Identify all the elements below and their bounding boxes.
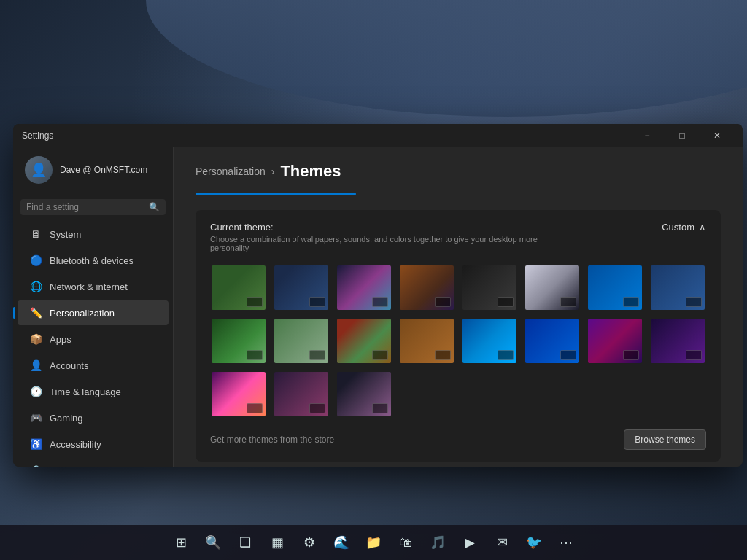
spotify-icon[interactable]: 🎵	[425, 529, 451, 556]
theme-thumb-15[interactable]	[587, 317, 643, 365]
sidebar-item-apps[interactable]: 📦 Apps	[18, 327, 169, 351]
theme-thumb-6[interactable]	[524, 264, 581, 311]
browse-themes-button[interactable]: Browse themes	[624, 429, 706, 450]
folder-icon[interactable]: 📁	[360, 529, 387, 556]
sidebar-item-label-personalization: Personalization	[50, 308, 115, 319]
store-text: Get more themes from the store	[210, 435, 334, 445]
minimize-button[interactable]: −	[630, 124, 664, 147]
user-name: Dave @ OnMSFT.com	[60, 165, 147, 175]
theme-thumb-17[interactable]	[210, 370, 267, 418]
theme-title: Current theme:	[210, 222, 575, 233]
theme-thumb-7[interactable]	[587, 264, 643, 311]
breadcrumb-separator: ›	[271, 166, 275, 177]
theme-thumb-5[interactable]	[461, 264, 518, 311]
title-bar: Settings − □ ✕	[13, 124, 743, 147]
theme-thumb-11[interactable]	[336, 317, 392, 365]
theme-grid	[210, 264, 706, 418]
theme-thumb-12[interactable]	[398, 317, 455, 365]
search-input[interactable]	[26, 202, 144, 212]
privacy-icon: 🔒	[29, 464, 42, 467]
sidebar-item-label-gaming: Gaming	[50, 413, 83, 424]
sidebar-item-personalization[interactable]: ✏️ Personalization	[18, 300, 169, 325]
theme-current-button[interactable]: Custom ∧	[662, 222, 706, 233]
theme-thumb-3[interactable]	[336, 264, 392, 311]
theme-description: Choose a combination of wallpapers, soun…	[210, 235, 575, 252]
sidebar-item-bluetooth[interactable]: 🔵 Bluetooth & devices	[18, 248, 169, 273]
maximize-button[interactable]: □	[665, 124, 699, 147]
progress-bar	[196, 192, 356, 195]
theme-thumb-9[interactable]	[210, 317, 267, 365]
accounts-icon: 👤	[29, 359, 42, 372]
search-icon: 🔍	[149, 202, 160, 212]
store-row: Get more themes from the store Browse th…	[210, 429, 706, 450]
search-taskbar-button[interactable]: 🔍	[200, 529, 226, 556]
chevron-up-icon: ∧	[699, 222, 706, 233]
widgets-button[interactable]: ▦	[264, 529, 290, 556]
window-controls: − □ ✕	[630, 124, 734, 147]
taskbar: ⊞ 🔍 ❑ ▦ ⚙ 🌊 📁 🛍 🎵 ▶ ✉ 🐦 ⋯	[0, 525, 747, 560]
theme-thumb-14[interactable]	[524, 317, 581, 365]
mail-icon[interactable]: ✉	[489, 529, 515, 556]
taskview-button[interactable]: ❑	[232, 529, 258, 556]
sidebar-item-label-bluetooth: Bluetooth & devices	[50, 255, 133, 266]
sidebar-item-label-apps: Apps	[50, 334, 71, 345]
system-icon: 🖥	[29, 228, 42, 241]
theme-thumb-18[interactable]	[273, 370, 330, 418]
theme-thumb-8[interactable]	[649, 264, 706, 311]
theme-thumb-10[interactable]	[273, 317, 330, 365]
sidebar-item-gaming[interactable]: 🎮 Gaming	[18, 405, 169, 430]
sidebar: 👤 Dave @ OnMSFT.com 🔍 🖥 System 🔵 Bluetoo…	[13, 147, 174, 467]
sidebar-item-label-system: System	[50, 229, 81, 240]
theme-thumb-4[interactable]	[398, 264, 455, 311]
personalization-icon: ✏️	[29, 306, 42, 319]
store-icon[interactable]: 🛍	[392, 529, 419, 556]
apps-icon: 📦	[29, 332, 42, 346]
avatar: 👤	[25, 156, 53, 184]
sidebar-item-label-accessibility: Accessibility	[50, 439, 101, 450]
sidebar-item-accessibility[interactable]: ♿ Accessibility	[18, 432, 169, 456]
sidebar-item-network[interactable]: 🌐 Network & internet	[18, 274, 169, 299]
search-box[interactable]: 🔍	[20, 199, 166, 215]
theme-info: Current theme: Choose a combination of w…	[210, 222, 575, 252]
accessibility-icon: ♿	[29, 438, 42, 451]
sidebar-item-privacy[interactable]: 🔒 Privacy & security	[18, 458, 169, 467]
time-icon: 🕐	[29, 385, 42, 398]
theme-thumb-16[interactable]	[649, 317, 706, 365]
sidebar-item-label-time: Time & language	[50, 386, 121, 397]
breadcrumb: Personalization › Themes	[196, 162, 721, 181]
theme-current-label: Custom	[662, 222, 694, 233]
close-button[interactable]: ✕	[700, 124, 734, 147]
start-button[interactable]: ⊞	[168, 529, 194, 556]
sidebar-item-label-privacy: Privacy & security	[50, 465, 125, 467]
sidebar-item-label-network: Network & internet	[50, 281, 128, 292]
theme-header: Current theme: Choose a combination of w…	[210, 222, 706, 252]
main-content: Personalization › Themes Current theme: …	[174, 147, 743, 467]
network-icon: 🌐	[29, 280, 42, 293]
window-title: Settings	[22, 131, 630, 141]
sidebar-item-accounts[interactable]: 👤 Accounts	[18, 353, 169, 378]
edge-icon[interactable]: 🌊	[328, 529, 355, 556]
sidebar-item-label-accounts: Accounts	[50, 360, 88, 371]
user-section: 👤 Dave @ OnMSFT.com	[13, 147, 173, 193]
window-body: 👤 Dave @ OnMSFT.com 🔍 🖥 System 🔵 Bluetoo…	[13, 147, 743, 467]
sidebar-item-system[interactable]: 🖥 System	[18, 222, 169, 246]
gaming-icon: 🎮	[29, 411, 42, 424]
more-icon[interactable]: ⋯	[553, 529, 579, 556]
theme-thumb-2[interactable]	[273, 264, 330, 311]
sidebar-item-time[interactable]: 🕐 Time & language	[18, 379, 169, 404]
breadcrumb-current: Themes	[280, 162, 341, 181]
theme-section: Current theme: Choose a combination of w…	[196, 210, 721, 462]
breadcrumb-parent[interactable]: Personalization	[196, 166, 266, 177]
bluetooth-icon: 🔵	[29, 254, 42, 267]
settings-window: Settings − □ ✕ 👤 Dave @ OnMSFT.com 🔍 🖥 S…	[13, 124, 743, 467]
theme-thumb-1[interactable]	[210, 264, 267, 311]
theme-thumb-19[interactable]	[336, 370, 392, 418]
twitter-icon[interactable]: 🐦	[521, 529, 547, 556]
settings-taskbar-icon[interactable]: ⚙	[296, 529, 322, 556]
play-icon[interactable]: ▶	[457, 529, 483, 556]
theme-thumb-13[interactable]	[461, 317, 518, 365]
